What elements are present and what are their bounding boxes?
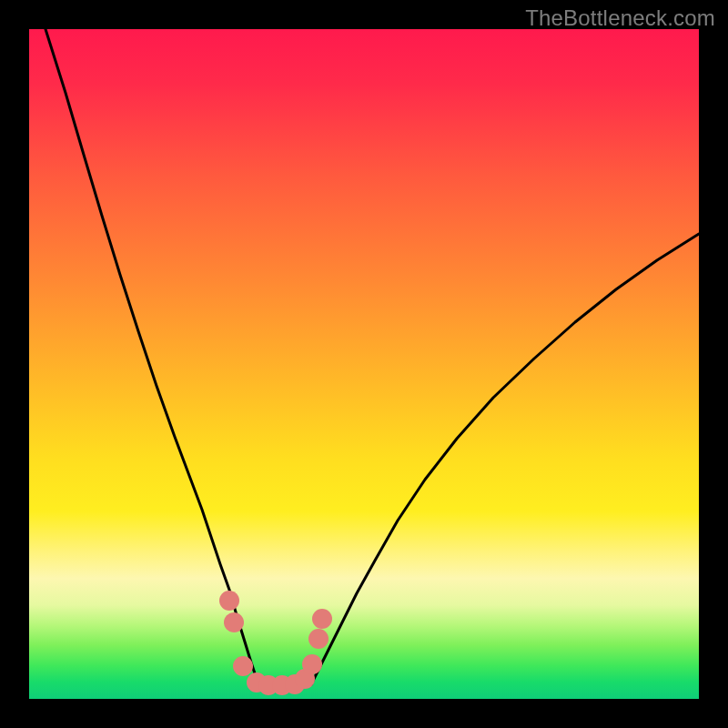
data-point xyxy=(302,654,322,674)
curve-left-curve xyxy=(46,29,258,684)
data-point xyxy=(224,612,244,632)
curve-right-curve xyxy=(311,234,699,684)
data-point xyxy=(233,656,253,676)
curve-layer xyxy=(29,29,699,699)
outer-frame: TheBottleneck.com xyxy=(0,0,728,728)
data-point xyxy=(312,609,332,629)
data-point xyxy=(219,591,239,611)
data-point xyxy=(308,629,329,649)
plot-area xyxy=(29,29,699,699)
watermark-text: TheBottleneck.com xyxy=(525,5,715,31)
